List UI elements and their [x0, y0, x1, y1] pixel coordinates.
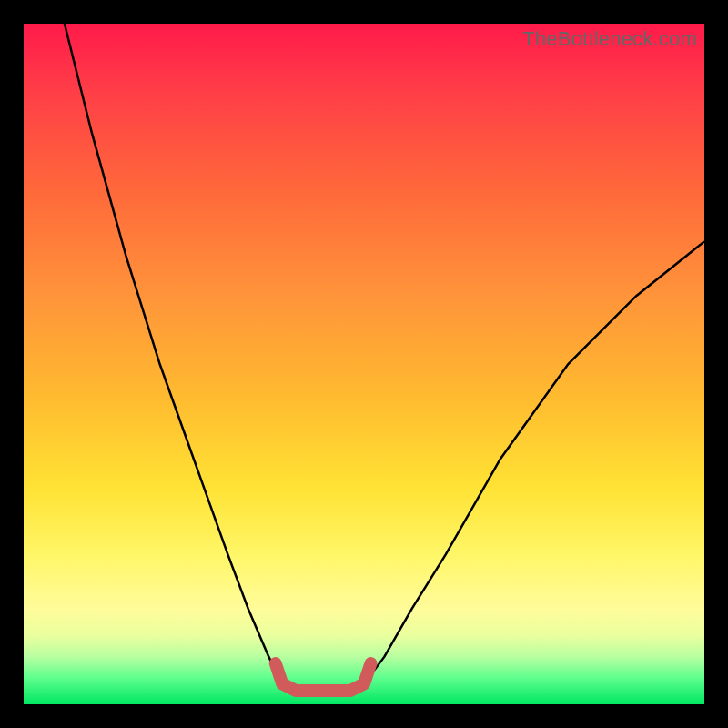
curve-right: [350, 241, 704, 691]
curve-left: [65, 24, 296, 691]
watermark-text: TheBottleneck.com: [522, 27, 697, 51]
chart-frame: TheBottleneck.com: [0, 0, 728, 728]
curve-layer: [24, 24, 704, 704]
curve-highlight: [276, 663, 371, 691]
plot-area: TheBottleneck.com: [24, 24, 704, 704]
